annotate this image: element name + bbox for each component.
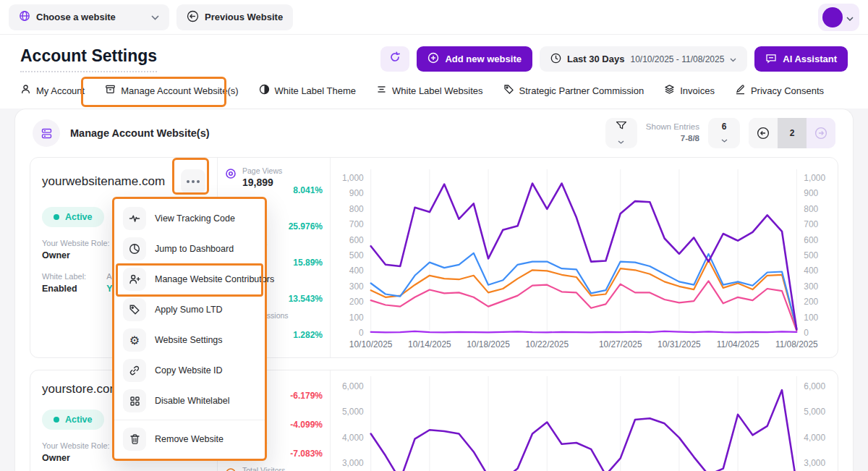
panel-controls: Shown Entries 7-8/8 6 2 [605, 118, 835, 148]
line-chart: 10/10/202510/14/202510/18/202510/22/2025… [331, 158, 838, 357]
date-range-button[interactable]: Last 30 Days 10/10/2025 - 11/08/2025 [540, 46, 747, 72]
trash-icon [123, 428, 146, 451]
per-page-select[interactable]: 6 [708, 118, 740, 148]
svg-text:900: 900 [804, 188, 818, 198]
status-badge: Active [42, 207, 104, 227]
refresh-button[interactable] [380, 46, 409, 72]
svg-text:100: 100 [349, 313, 364, 323]
svg-text:10/27/2025: 10/27/2025 [599, 339, 642, 349]
svg-text:3,000: 3,000 [342, 458, 364, 468]
ai-assistant-label: AI Assistant [783, 54, 837, 64]
menu-item-label: Manage Website Contributors [155, 274, 274, 284]
svg-text:3,000: 3,000 [804, 458, 825, 468]
menu-item-apply-sumo-ltd[interactable]: Apply Sumo LTD [114, 294, 265, 325]
tab-label: My Account [36, 85, 85, 96]
menu-item-label: Remove Website [155, 434, 224, 444]
header-actions: Add new website Last 30 Days 10/10/2025 … [380, 46, 848, 72]
pie-chart-icon [123, 237, 146, 260]
menu-item-view-tracking-code[interactable]: View Tracking Code [114, 203, 265, 234]
menu-item-label: Jump to Dashboard [155, 244, 234, 254]
stat-delta: 13.543% [289, 294, 323, 304]
chat-bubble-icon [765, 53, 777, 66]
svg-text:10/31/2025: 10/31/2025 [658, 339, 701, 349]
tab-my-account[interactable]: My Account [20, 84, 85, 97]
stat-page-views: Page Views 19,899 8.041% [225, 165, 323, 201]
chevron-down-icon [151, 12, 159, 22]
pen-icon [735, 84, 746, 97]
top-bar: Choose a website Previous Website [0, 0, 868, 35]
current-page[interactable]: 2 [778, 118, 807, 148]
tab-manage-account-websites[interactable]: Manage Account Website(s) [105, 84, 238, 97]
next-page-button[interactable] [807, 118, 835, 148]
pagination: 2 [749, 118, 835, 148]
funnel-icon [616, 120, 627, 133]
grid-icon [123, 389, 146, 412]
date-range-value: 10/10/2025 - 11/08/2025 [630, 54, 724, 64]
menu-item-label: Apply Sumo LTD [155, 305, 223, 315]
svg-text:5,000: 5,000 [342, 407, 364, 417]
add-new-website-button[interactable]: Add new website [417, 46, 532, 72]
tab-privacy-consents[interactable]: Privacy Consents [735, 84, 824, 97]
choose-website-select[interactable]: Choose a website [9, 4, 169, 30]
svg-text:600: 600 [349, 235, 364, 245]
svg-text:400: 400 [804, 266, 818, 276]
stat-delta: 25.976% [289, 221, 323, 232]
status-dot [54, 214, 59, 220]
stat-delta: -4.099% [290, 420, 323, 430]
pulse-icon [123, 207, 146, 230]
svg-text:200: 200 [804, 297, 818, 307]
tab-white-label-websites[interactable]: White Label Websites [376, 84, 483, 97]
menu-item-remove-website[interactable]: Remove Website [114, 424, 265, 454]
tab-label: White Label Websites [392, 85, 483, 96]
svg-text:1,000: 1,000 [804, 173, 825, 183]
gear-icon: ⚙ [123, 328, 146, 352]
tab-strategic-partner-commission[interactable]: Strategic Partner Commission [503, 84, 644, 97]
chevron-down-icon [846, 11, 854, 24]
menu-item-jump-to-dashboard[interactable]: Jump to Dashboard [114, 234, 265, 264]
website-1-domain: yourwebsitename.com [42, 174, 165, 189]
add-new-website-label: Add new website [445, 54, 521, 64]
layers-icon [664, 84, 675, 97]
user-icon [20, 84, 31, 97]
tab-label: Manage Account Website(s) [121, 85, 238, 96]
svg-text:10/14/2025: 10/14/2025 [408, 339, 451, 349]
menu-item-copy-website-id[interactable]: Copy Website ID [114, 355, 265, 386]
svg-text:500: 500 [804, 250, 818, 260]
previous-page-button[interactable] [749, 118, 778, 148]
svg-text:4,000: 4,000 [804, 433, 825, 443]
svg-text:500: 500 [349, 250, 364, 260]
page-title: Account Settings [20, 46, 157, 72]
menu-item-manage-website-contributors[interactable]: Manage Website Contributors [114, 264, 265, 294]
menu-item-disable-whitelabel[interactable]: Disable Whitelabel [114, 386, 265, 416]
tag-icon [503, 84, 514, 97]
svg-text:10/10/2025: 10/10/2025 [349, 339, 393, 349]
svg-text:11/08/2025: 11/08/2025 [775, 339, 818, 349]
user-menu[interactable] [818, 4, 859, 31]
website-2-domain: yourstore.com [42, 382, 120, 396]
menu-item-website-settings[interactable]: ⚙ Website Settings [114, 325, 265, 355]
panel-title: Manage Account Website(s) [70, 127, 210, 139]
svg-text:0: 0 [804, 328, 809, 338]
svg-text:300: 300 [349, 281, 364, 292]
tab-label: White Label Theme [275, 85, 357, 96]
svg-text:4,000: 4,000 [342, 433, 364, 443]
filter-button[interactable] [605, 118, 637, 148]
ai-assistant-button[interactable]: AI Assistant [754, 46, 848, 72]
refresh-icon [389, 51, 401, 67]
tab-white-label-theme[interactable]: White Label Theme [259, 84, 357, 97]
svg-text:800: 800 [804, 204, 818, 214]
svg-text:900: 900 [349, 188, 364, 198]
menu-divider [114, 420, 265, 420]
stat-delta: -6.179% [290, 391, 323, 401]
website-1-actions-button[interactable] [181, 169, 205, 194]
previous-website-button[interactable]: Previous Website [176, 4, 293, 30]
svg-text:700: 700 [804, 219, 818, 229]
tab-invoices[interactable]: Invoices [664, 84, 715, 97]
target-icon [225, 467, 237, 471]
role-label: Your Website Role: [42, 441, 110, 450]
svg-text:600: 600 [804, 235, 818, 245]
svg-text:700: 700 [349, 219, 364, 229]
stat-total-visitors: Total Visitors 12,281 -5.392% [225, 464, 323, 471]
plus-circle-icon [427, 52, 439, 66]
tag-icon [123, 298, 146, 321]
